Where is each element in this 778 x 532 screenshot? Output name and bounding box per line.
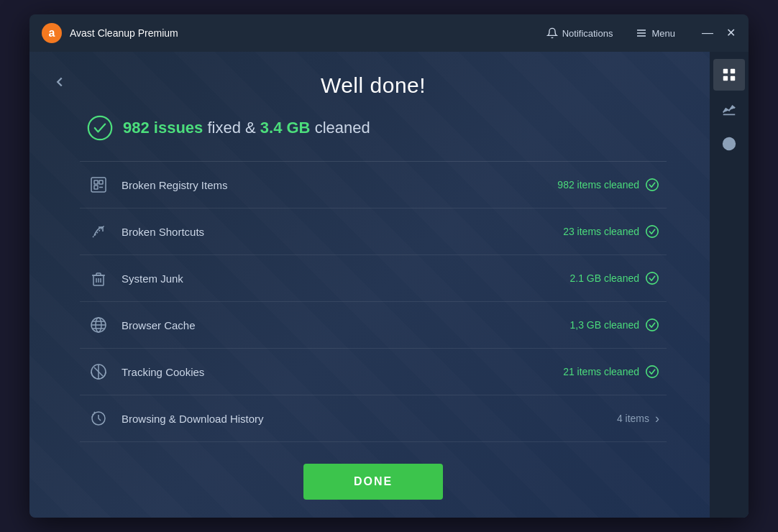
svg-rect-7 bbox=[94, 180, 98, 184]
chevron-right-icon: › bbox=[655, 411, 659, 426]
issues-count: 982 issues bbox=[123, 119, 203, 137]
success-check-icon bbox=[87, 115, 113, 141]
gb-count: 3.4 GB bbox=[260, 119, 311, 137]
menu-label: Menu bbox=[651, 28, 675, 39]
check-circle-icon bbox=[645, 178, 659, 192]
minimize-button[interactable]: — bbox=[701, 27, 714, 40]
tracking-cookies-status-text: 21 items cleaned bbox=[563, 366, 639, 377]
svg-rect-31 bbox=[723, 69, 728, 73]
list-item[interactable]: Browsing & Download History4 items › bbox=[80, 395, 667, 442]
system-junk-status: 2.1 GB cleaned bbox=[569, 271, 659, 285]
browser-cache-name: Browser Cache bbox=[122, 319, 569, 331]
svg-point-25 bbox=[646, 319, 658, 331]
svg-point-5 bbox=[88, 116, 111, 139]
back-button[interactable] bbox=[44, 66, 75, 98]
svg-text:a: a bbox=[49, 27, 55, 39]
browser-cache-icon bbox=[87, 313, 110, 336]
menu-icon bbox=[636, 27, 647, 39]
app-window: a Avast Cleanup Premium Notifications Me… bbox=[29, 14, 749, 518]
list-item: Broken Shortcuts23 items cleaned bbox=[80, 208, 667, 255]
list-item: Browser Cache1,3 GB cleaned bbox=[80, 302, 667, 349]
svg-point-37 bbox=[726, 141, 731, 146]
browser-cache-status-text: 1,3 GB cleaned bbox=[569, 319, 639, 331]
svg-rect-34 bbox=[731, 76, 735, 81]
svg-point-13 bbox=[646, 226, 658, 237]
svg-rect-9 bbox=[99, 180, 103, 184]
grid-view-button[interactable] bbox=[713, 59, 745, 91]
check-circle-icon bbox=[645, 318, 659, 332]
broken-registry-status-text: 982 items cleaned bbox=[557, 179, 639, 191]
chart-icon bbox=[721, 101, 737, 117]
check-circle-icon bbox=[645, 224, 659, 239]
browser-cache-status: 1,3 GB cleaned bbox=[569, 318, 659, 332]
svg-point-11 bbox=[646, 179, 658, 191]
content-area: Well done! 982 issues fixed & 3.4 GB cle… bbox=[29, 52, 710, 518]
broken-registry-name: Broken Registry Items bbox=[122, 179, 557, 191]
svg-point-19 bbox=[646, 272, 658, 284]
avast-logo: a bbox=[41, 22, 63, 44]
svg-rect-33 bbox=[723, 76, 728, 81]
titlebar: a Avast Cleanup Premium Notifications Me… bbox=[29, 14, 749, 52]
broken-shortcuts-status: 23 items cleaned bbox=[563, 224, 659, 239]
support-button[interactable] bbox=[713, 128, 745, 160]
notifications-label: Notifications bbox=[562, 28, 613, 39]
back-arrow-icon bbox=[52, 74, 68, 90]
tracking-cookies-status: 21 items cleaned bbox=[563, 364, 659, 379]
summary-row: 982 issues fixed & 3.4 GB cleaned bbox=[87, 115, 370, 141]
cleaned-text: cleaned bbox=[315, 119, 370, 137]
app-title: Avast Cleanup Premium bbox=[70, 27, 542, 39]
system-junk-name: System Junk bbox=[122, 272, 569, 285]
summary-text: 982 issues fixed & 3.4 GB cleaned bbox=[123, 119, 370, 137]
titlebar-actions: Notifications Menu — ✕ bbox=[542, 24, 737, 42]
broken-registry-icon bbox=[87, 173, 110, 196]
list-item: Broken Registry Items982 items cleaned bbox=[80, 162, 667, 208]
menu-button[interactable]: Menu bbox=[631, 24, 679, 42]
support-icon bbox=[721, 136, 737, 152]
items-list: Broken Registry Items982 items cleaned B… bbox=[80, 161, 667, 442]
browsing-history-name: Browsing & Download History bbox=[122, 413, 617, 425]
svg-rect-8 bbox=[94, 185, 98, 189]
broken-registry-status: 982 items cleaned bbox=[557, 178, 659, 192]
tracking-cookies-name: Tracking Cookies bbox=[122, 366, 563, 378]
done-button-wrapper: DONE bbox=[303, 464, 443, 500]
check-circle-icon bbox=[645, 364, 659, 379]
list-item: System Junk2.1 GB cleaned bbox=[80, 255, 667, 302]
browsing-history-icon bbox=[87, 407, 110, 430]
close-button[interactable]: ✕ bbox=[724, 27, 737, 40]
svg-point-29 bbox=[646, 366, 658, 377]
browsing-history-status: 4 items › bbox=[617, 411, 659, 426]
main-area: Well done! 982 issues fixed & 3.4 GB cle… bbox=[29, 52, 749, 518]
done-button[interactable]: DONE bbox=[303, 464, 443, 500]
broken-shortcuts-icon bbox=[87, 220, 110, 243]
bell-icon bbox=[546, 27, 558, 39]
svg-rect-32 bbox=[731, 69, 735, 73]
broken-shortcuts-status-text: 23 items cleaned bbox=[563, 226, 639, 237]
sidebar-right bbox=[710, 52, 749, 518]
broken-shortcuts-name: Broken Shortcuts bbox=[122, 226, 563, 238]
svg-rect-6 bbox=[91, 178, 106, 192]
check-circle-icon bbox=[645, 271, 659, 285]
grid-icon bbox=[721, 67, 737, 83]
fixed-text: fixed & bbox=[207, 119, 260, 137]
system-junk-icon bbox=[87, 267, 110, 290]
list-item: Tracking Cookies21 items cleaned bbox=[80, 349, 667, 395]
system-junk-status-text: 2.1 GB cleaned bbox=[569, 272, 639, 284]
statistics-button[interactable] bbox=[713, 93, 745, 125]
window-controls: — ✕ bbox=[701, 27, 737, 40]
browsing-history-status-text: 4 items bbox=[617, 413, 649, 424]
notifications-button[interactable]: Notifications bbox=[542, 24, 618, 42]
page-title: Well done! bbox=[321, 73, 426, 98]
tracking-cookies-icon bbox=[87, 360, 110, 383]
